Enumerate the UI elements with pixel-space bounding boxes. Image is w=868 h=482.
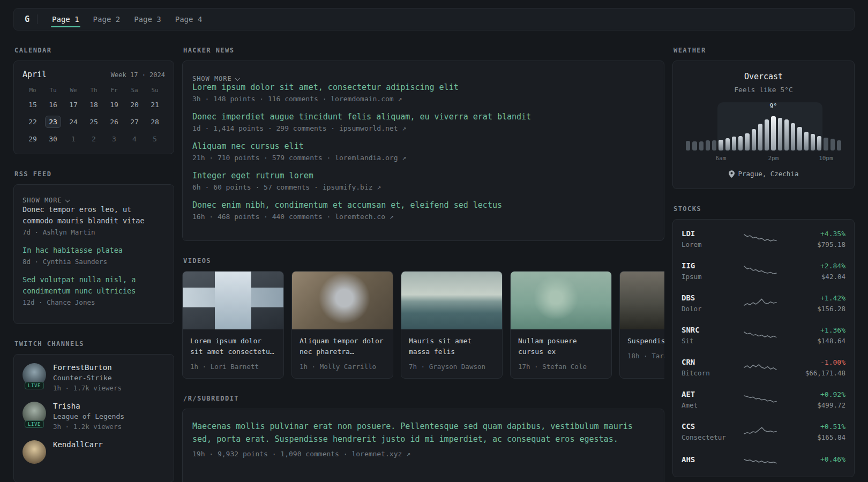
stock-identity: IIG Ipsum [682,261,735,281]
stock-name: Amet [682,401,735,409]
subreddit-card: Maecenas mollis pulvinar erat non posuer… [182,409,664,482]
video-card[interactable]: Lorem ipsum dolor sit amet consectetu… 1… [182,271,284,379]
hackernews-item-meta: 21h · 710 points · 579 comments · loreml… [192,154,654,162]
stock-row[interactable]: AHS +0.46% [682,448,845,473]
calendar-day: 2 [84,133,104,145]
calendar-day: 23 [43,116,63,128]
weather-bars [685,116,842,150]
stock-identity: CRN Bitcorn [682,358,735,377]
video-title: Suspendisse diam [627,336,664,347]
stock-row[interactable]: CCS Consectetur +0.51% $165.84 [682,416,845,448]
stock-identity: AHS [682,455,735,466]
left-column: CALENDAR April Week 17 · 2024 Mo Tu We [13,47,174,482]
rss-item-title[interactable]: Donec tempor eros leo, ut commodo mauris… [23,204,165,227]
calendar-day-headers: Mo Tu We Th Fr Sa Su [23,87,165,94]
subreddit-post: Maecenas mollis pulvinar erat non posuer… [192,420,654,458]
calendar-day: 4 [124,133,145,145]
video-card[interactable]: Nullam posuere cursus ex 17h · Stefan Co… [510,271,612,379]
twitch-widget: TWITCH CHANNELS LIVE ForrestBurton Count… [13,340,174,482]
subreddit-post-title[interactable]: Maecenas mollis pulvinar erat non posuer… [192,420,654,446]
hackernews-card: SHOW MORE Lorem ipsum dolor sit amet, co… [182,61,664,241]
channel-avatar-wrap: LIVE [23,402,46,425]
hackernews-show-more-button[interactable]: SHOW MORE [192,75,240,82]
weather-bar [719,140,723,150]
video-card[interactable]: Aliquam tempor dolor nec pharetra… 1h · … [291,271,393,379]
dashboard-columns: CALENDAR April Week 17 · 2024 Mo Tu We [13,47,855,482]
calendar-week-year: Week 17 · 2024 [111,71,165,79]
rss-item-title[interactable]: Sed volutpat nulla nisl, a condimentum n… [23,274,165,297]
weather-widget-title: WEATHER [674,47,854,54]
twitch-channel[interactable]: KendallCarr [23,440,165,464]
stock-row[interactable]: SNRC Sit +1.36% $148.64 [682,319,845,351]
calendar-day: 30 [43,133,63,145]
video-card[interactable]: Suspendisse diam 18h · Tara [619,271,664,379]
channel-viewers: 1h · 1.7k viewers [53,384,122,392]
stock-values: +1.36% $148.64 [785,326,845,345]
stock-row[interactable]: LDI Lorem +4.35% $795.18 [682,223,845,255]
hackernews-item: Aliquam nec cursus elit 21h · 710 points… [192,141,654,162]
weather-bar [811,134,815,150]
calendar-day: 26 [104,116,124,128]
calendar-widget-title: CALENDAR [14,47,173,54]
stock-price: $148.64 [785,337,845,345]
stock-row[interactable]: DBS Dolor +1.42% $156.28 [682,287,845,319]
weather-bar [837,140,841,150]
rss-show-more-button[interactable]: SHOW MORE [23,197,70,204]
twitch-card: LIVE ForrestBurton Counter-Strike 1h · 1… [13,354,174,482]
calendar-day: 25 [84,116,104,128]
weather-location: Prague, Czechia [683,170,844,178]
hackernews-widget-title: HACKER NEWS [183,47,663,54]
stock-row[interactable]: IIG Ipsum +2.84% $42.04 [682,255,845,287]
weather-time-labels: 6am2pm10pm [685,155,842,163]
show-more-label: SHOW MORE [23,197,62,204]
weather-bar [758,124,762,150]
hackernews-item: Integer eget rutrum lorem 6h · 60 points… [192,171,654,191]
calendar-day: 29 [23,133,43,145]
weather-feels-like: Feels like 5°C [683,86,844,94]
weather-card: Overcast Feels like 5°C 9° 6am2pm10pm Pr… [672,61,855,189]
page-tab[interactable]: Page 4 [168,9,209,30]
stock-ticker: SNRC [682,326,735,334]
video-meta: 17h · Stefan Cole [518,363,604,371]
page-tab[interactable]: Page 3 [127,9,168,30]
twitch-channel[interactable]: LIVE Trisha League of Legends 3h · 1.2k … [23,402,165,431]
calendar-day-header: Su [145,87,165,94]
channel-avatar-wrap [23,440,46,464]
weather-hourly-chart: 9° [685,102,842,150]
rss-item-meta: 12d · Chance Jones [23,298,165,306]
chevron-down-icon [235,76,240,81]
stocks-widget: STOCKS LDI Lorem + [672,205,855,477]
hackernews-item-title[interactable]: Donec enim nibh, condimentum et accumsan… [192,200,654,210]
stock-values: +1.42% $156.28 [785,294,845,313]
page-tab[interactable]: Page 2 [86,9,128,30]
stocks-card: LDI Lorem +4.35% $795.18 [672,219,855,477]
hackernews-item: Lorem ipsum dolor sit amet, consectetur … [192,82,654,103]
top-navigation-bar: G Page 1 Page 2 Page 3 Page 4 [13,8,855,31]
twitch-widget-title: TWITCH CHANNELS [14,340,173,348]
calendar-day-header: Th [84,87,104,94]
weather-bar [752,129,756,150]
app-logo: G [25,14,29,24]
stock-change: +0.46% [785,455,845,463]
stock-change: +2.84% [785,262,845,270]
peak-temperature-label: 9° [769,102,777,110]
dashboard-page: G Page 1 Page 2 Page 3 Page 4 CALENDAR A… [0,0,868,482]
twitch-channel[interactable]: LIVE ForrestBurton Counter-Strike 1h · 1… [23,363,165,392]
channel-name: KendallCarr [53,440,103,449]
rss-widget: RSS FEED SHOW MORE Donec tempor eros leo… [13,170,174,324]
stock-row[interactable]: AET Amet +0.92% $499.72 [682,383,845,416]
hackernews-item-title[interactable]: Integer eget rutrum lorem [192,171,654,180]
rss-item-title[interactable]: In hac habitasse platea [23,245,165,256]
weather-bar [745,133,749,150]
page-tab[interactable]: Page 1 [45,9,86,30]
video-card[interactable]: Mauris sit amet massa felis 7h · Grayson… [401,271,503,379]
weather-time-label: 6am [715,155,726,162]
hackernews-item-title[interactable]: Lorem ipsum dolor sit amet, consectetur … [192,82,654,92]
hackernews-item-meta: 3h · 148 points · 116 comments · loremdo… [192,95,654,103]
hackernews-item-title[interactable]: Aliquam nec cursus elit [192,141,654,151]
video-title: Nullam posuere cursus ex [518,336,604,357]
rss-item: Donec tempor eros leo, ut commodo mauris… [23,204,165,236]
hackernews-item-title[interactable]: Donec imperdiet augue tincidunt felis al… [192,112,654,122]
stock-row[interactable]: CRN Bitcorn -1.00% $66,171.48 [682,351,845,383]
stock-price: $795.18 [785,240,845,248]
